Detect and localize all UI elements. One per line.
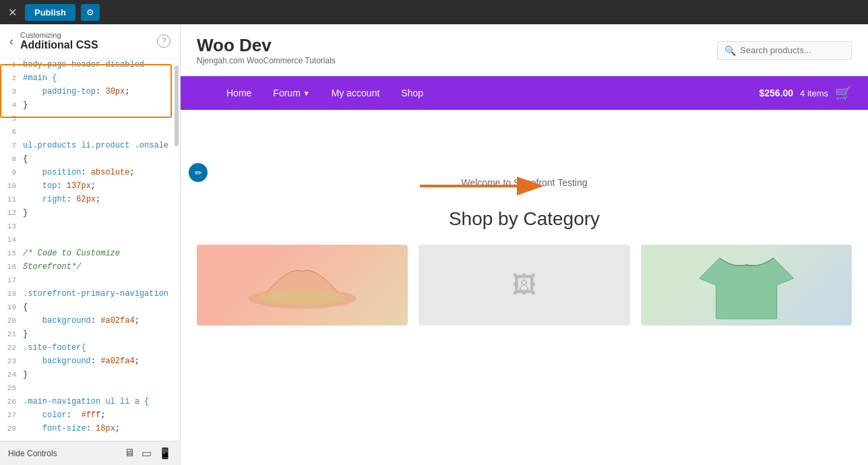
site-header: Woo Dev Njengah.com WooCommerce Tutorial… bbox=[181, 24, 868, 76]
code-line: 20 background: #a02fa4; bbox=[0, 315, 180, 328]
code-line: 22 .site-footer{ bbox=[0, 342, 180, 355]
close-icon[interactable]: ✕ bbox=[5, 3, 20, 22]
code-line: 8 { bbox=[0, 153, 180, 166]
code-line: 15 /* Code to Customize bbox=[0, 247, 180, 261]
nav-items: Home Forum ▼ My account Shop bbox=[216, 78, 759, 108]
code-line: 4 } bbox=[0, 99, 180, 113]
welcome-text: Welcome to Storefront Testing bbox=[197, 157, 852, 202]
sidebar-title: Additional CSS bbox=[20, 39, 150, 51]
desktop-view-icon[interactable]: 🖥 bbox=[124, 447, 135, 460]
code-line: 23 background: #a02fa4; bbox=[0, 355, 180, 369]
site-tagline: Njengah.com WooCommerce Tutorials bbox=[197, 56, 336, 65]
code-line: 17 bbox=[0, 274, 180, 288]
edit-nav-button[interactable]: ✏ bbox=[189, 163, 208, 182]
code-line: 6 bbox=[0, 126, 180, 140]
code-line: 2 #main { bbox=[0, 72, 180, 86]
code-line: 26 .main-navigation ul li a { bbox=[0, 396, 180, 409]
svg-point-3 bbox=[259, 289, 346, 305]
search-icon: 🔍 bbox=[724, 45, 736, 56]
code-line: 24 } bbox=[0, 369, 180, 382]
cart-count: 4 items bbox=[800, 88, 828, 98]
code-line: 25 bbox=[0, 382, 180, 396]
site-logo: Woo Dev Njengah.com WooCommerce Tutorial… bbox=[197, 35, 336, 65]
scrollbar-thumb[interactable] bbox=[175, 65, 179, 146]
footer-icons: 🖥 ▭ 📱 bbox=[124, 447, 172, 460]
sidebar-footer: Hide Controls 🖥 ▭ 📱 bbox=[0, 441, 180, 465]
code-line: 27 color: #fff; bbox=[0, 409, 180, 423]
cart-icon[interactable]: 🛒 bbox=[835, 85, 852, 101]
code-line: 28 font-size: 18px; bbox=[0, 423, 180, 436]
code-line: 16 Storefront*/ bbox=[0, 261, 180, 274]
main-content: Welcome to Storefront Testing Shop by Ca… bbox=[181, 110, 868, 339]
search-input[interactable] bbox=[740, 45, 844, 55]
settings-button[interactable]: ⚙ bbox=[81, 4, 100, 21]
code-line: 10 top: 137px; bbox=[0, 180, 180, 193]
tablet-view-icon[interactable]: ▭ bbox=[142, 447, 152, 460]
sidebar-header: ‹ Customizing Additional CSS ? bbox=[0, 24, 180, 59]
shop-by-category-heading: Shop by Category bbox=[197, 202, 852, 237]
nav-my-account[interactable]: My account bbox=[321, 78, 391, 108]
product-thumb-3 bbox=[641, 245, 852, 326]
nav-shop[interactable]: Shop bbox=[390, 78, 434, 108]
nav-home[interactable]: Home bbox=[216, 78, 262, 108]
nav-forum[interactable]: Forum ▼ bbox=[262, 78, 320, 108]
site-nav: ✏ Home Forum ▼ My account Shop $256.00 4… bbox=[181, 76, 868, 110]
code-line: 13 bbox=[0, 220, 180, 234]
code-line: 18 .storefront-primary-navigation bbox=[0, 288, 180, 301]
placeholder-icon: 🖼 bbox=[512, 271, 536, 299]
search-box[interactable]: 🔍 bbox=[717, 41, 852, 60]
cart-area[interactable]: $256.00 4 items 🛒 bbox=[759, 85, 852, 101]
woo-site: Woo Dev Njengah.com WooCommerce Tutorial… bbox=[181, 24, 868, 465]
cart-amount: $256.00 bbox=[759, 88, 793, 98]
product-thumb-1 bbox=[197, 245, 408, 326]
code-line: 7 ul.products li.product .onsale bbox=[0, 140, 180, 153]
help-button[interactable]: ? bbox=[157, 34, 170, 48]
hide-controls-button[interactable]: Hide Controls bbox=[8, 449, 57, 458]
code-line: 9 position: absolute; bbox=[0, 166, 180, 180]
code-line: 14 bbox=[0, 234, 180, 247]
sidebar-info: Customizing Additional CSS bbox=[13, 31, 157, 51]
mobile-view-icon[interactable]: 📱 bbox=[158, 447, 172, 460]
top-bar: ✕ Publish ⚙ bbox=[0, 0, 868, 24]
site-name: Woo Dev bbox=[197, 35, 336, 56]
dropdown-icon: ▼ bbox=[303, 90, 310, 97]
code-line: 11 right: 62px; bbox=[0, 193, 180, 207]
code-line: 5 bbox=[0, 113, 180, 126]
code-line: 3 padding-top: 30px; bbox=[0, 86, 180, 99]
publish-button[interactable]: Publish bbox=[25, 4, 75, 21]
customizing-label: Customizing bbox=[20, 31, 150, 39]
preview-area: Woo Dev Njengah.com WooCommerce Tutorial… bbox=[181, 24, 868, 465]
product-thumb-2: 🖼 bbox=[418, 245, 629, 326]
code-line: 12 } bbox=[0, 207, 180, 220]
code-scroll-area[interactable]: 1 body.page-header-disabled 2 #main { 3 … bbox=[0, 59, 180, 441]
product-row: 🖼 bbox=[197, 245, 852, 326]
sidebar: ‹ Customizing Additional CSS ? 1 body.pa… bbox=[0, 24, 181, 465]
css-code-editor[interactable]: 1 body.page-header-disabled 2 #main { 3 … bbox=[0, 59, 180, 441]
code-line: 19 { bbox=[0, 301, 180, 315]
code-line: 1 body.page-header-disabled bbox=[0, 59, 180, 72]
code-line: 21 } bbox=[0, 328, 180, 342]
